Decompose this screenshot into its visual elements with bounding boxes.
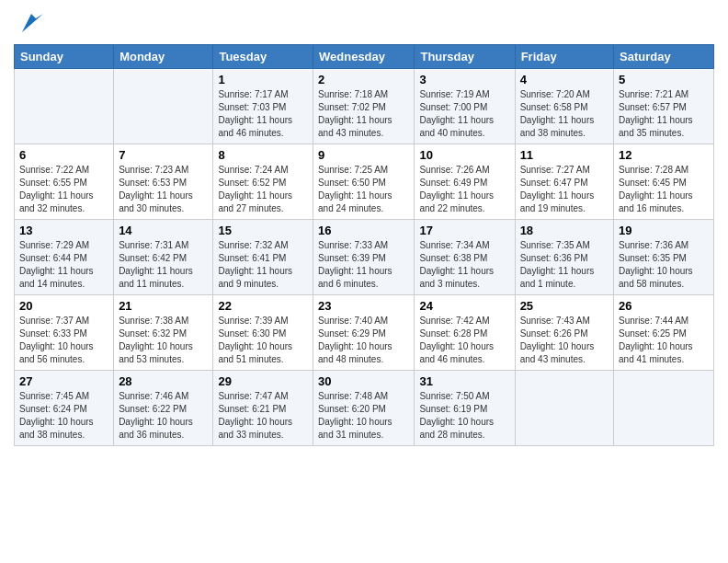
day-cell: 25Sunrise: 7:43 AMSunset: 6:26 PMDayligh… [515,295,613,371]
day-number: 26 [619,299,709,313]
day-info: Sunrise: 7:18 AMSunset: 7:02 PMDaylight:… [318,88,409,140]
header [14,9,714,37]
day-info: Sunrise: 7:37 AMSunset: 6:33 PMDaylight:… [19,315,108,366]
day-cell: 12Sunrise: 7:28 AMSunset: 6:45 PMDayligh… [614,144,714,220]
day-cell: 21Sunrise: 7:38 AMSunset: 6:32 PMDayligh… [114,295,213,371]
day-number: 14 [119,224,208,237]
day-info: Sunrise: 7:22 AMSunset: 6:55 PMDaylight:… [19,164,108,215]
day-info: Sunrise: 7:34 AMSunset: 6:38 PMDaylight:… [419,239,509,291]
day-info: Sunrise: 7:44 AMSunset: 6:25 PMDaylight:… [619,315,709,366]
day-cell: 26Sunrise: 7:44 AMSunset: 6:25 PMDayligh… [614,295,714,371]
day-cell: 16Sunrise: 7:33 AMSunset: 6:39 PMDayligh… [313,220,415,295]
day-cell [614,371,714,446]
day-info: Sunrise: 7:28 AMSunset: 6:45 PMDaylight:… [619,164,709,215]
day-info: Sunrise: 7:46 AMSunset: 6:22 PMDaylight:… [119,390,208,442]
calendar-table: SundayMondayTuesdayWednesdayThursdayFrid… [14,44,714,446]
header-cell-tuesday: Tuesday [213,45,313,69]
day-cell [114,69,213,144]
day-number: 28 [119,374,208,388]
day-cell: 3Sunrise: 7:19 AMSunset: 7:00 PMDaylight… [415,69,515,144]
day-number: 21 [119,299,208,313]
day-number: 4 [520,73,609,86]
day-cell [15,69,114,144]
header-cell-friday: Friday [515,45,613,69]
day-cell: 24Sunrise: 7:42 AMSunset: 6:28 PMDayligh… [415,295,515,371]
day-number: 30 [318,374,409,388]
header-cell-sunday: Sunday [15,45,114,69]
day-number: 5 [619,73,709,86]
day-cell: 28Sunrise: 7:46 AMSunset: 6:22 PMDayligh… [114,371,213,446]
day-number: 10 [419,148,509,162]
day-info: Sunrise: 7:36 AMSunset: 6:35 PMDaylight:… [619,239,709,291]
day-number: 31 [419,374,509,388]
day-cell: 14Sunrise: 7:31 AMSunset: 6:42 PMDayligh… [114,220,213,295]
day-number: 11 [520,148,609,162]
day-info: Sunrise: 7:33 AMSunset: 6:39 PMDaylight:… [318,239,409,291]
day-number: 16 [318,224,409,237]
header-row: SundayMondayTuesdayWednesdayThursdayFrid… [15,45,714,69]
week-row-3: 13Sunrise: 7:29 AMSunset: 6:44 PMDayligh… [15,220,714,295]
day-info: Sunrise: 7:25 AMSunset: 6:50 PMDaylight:… [318,164,409,215]
header-cell-monday: Monday [114,45,213,69]
day-cell: 27Sunrise: 7:45 AMSunset: 6:24 PMDayligh… [15,371,114,446]
day-cell: 13Sunrise: 7:29 AMSunset: 6:44 PMDayligh… [15,220,114,295]
day-info: Sunrise: 7:39 AMSunset: 6:30 PMDaylight:… [218,315,308,366]
day-info: Sunrise: 7:29 AMSunset: 6:44 PMDaylight:… [19,239,108,291]
day-info: Sunrise: 7:50 AMSunset: 6:19 PMDaylight:… [419,390,509,442]
week-row-4: 20Sunrise: 7:37 AMSunset: 6:33 PMDayligh… [15,295,714,371]
day-number: 23 [318,299,409,313]
week-row-2: 6Sunrise: 7:22 AMSunset: 6:55 PMDaylight… [15,144,714,220]
day-number: 8 [218,148,308,162]
day-cell [515,371,613,446]
calendar-body: 1Sunrise: 7:17 AMSunset: 7:03 PMDaylight… [15,69,714,446]
day-cell: 23Sunrise: 7:40 AMSunset: 6:29 PMDayligh… [313,295,415,371]
day-cell: 5Sunrise: 7:21 AMSunset: 6:57 PMDaylight… [614,69,714,144]
day-info: Sunrise: 7:42 AMSunset: 6:28 PMDaylight:… [419,315,509,366]
day-info: Sunrise: 7:20 AMSunset: 6:58 PMDaylight:… [520,88,609,140]
day-info: Sunrise: 7:48 AMSunset: 6:20 PMDaylight:… [318,390,409,442]
day-number: 25 [520,299,609,313]
day-number: 15 [218,224,308,237]
day-number: 3 [419,73,509,86]
day-info: Sunrise: 7:24 AMSunset: 6:52 PMDaylight:… [218,164,308,215]
day-cell: 30Sunrise: 7:48 AMSunset: 6:20 PMDayligh… [313,371,415,446]
day-cell: 2Sunrise: 7:18 AMSunset: 7:02 PMDaylight… [313,69,415,144]
day-info: Sunrise: 7:32 AMSunset: 6:41 PMDaylight:… [218,239,308,291]
day-number: 2 [318,73,409,86]
calendar-header: SundayMondayTuesdayWednesdayThursdayFrid… [15,45,714,69]
logo [14,9,45,37]
day-number: 12 [619,148,709,162]
main-container: SundayMondayTuesdayWednesdayThursdayFrid… [0,0,728,455]
day-info: Sunrise: 7:21 AMSunset: 6:57 PMDaylight:… [619,88,709,140]
day-cell: 4Sunrise: 7:20 AMSunset: 6:58 PMDaylight… [515,69,613,144]
day-info: Sunrise: 7:26 AMSunset: 6:49 PMDaylight:… [419,164,509,215]
day-number: 29 [218,374,308,388]
day-cell: 6Sunrise: 7:22 AMSunset: 6:55 PMDaylight… [15,144,114,220]
day-info: Sunrise: 7:31 AMSunset: 6:42 PMDaylight:… [119,239,208,291]
week-row-1: 1Sunrise: 7:17 AMSunset: 7:03 PMDaylight… [15,69,714,144]
week-row-5: 27Sunrise: 7:45 AMSunset: 6:24 PMDayligh… [15,371,714,446]
day-info: Sunrise: 7:23 AMSunset: 6:53 PMDaylight:… [119,164,208,215]
day-cell: 31Sunrise: 7:50 AMSunset: 6:19 PMDayligh… [415,371,515,446]
day-cell: 1Sunrise: 7:17 AMSunset: 7:03 PMDaylight… [213,69,313,144]
day-info: Sunrise: 7:27 AMSunset: 6:47 PMDaylight:… [520,164,609,215]
day-number: 22 [218,299,308,313]
day-cell: 15Sunrise: 7:32 AMSunset: 6:41 PMDayligh… [213,220,313,295]
day-cell: 29Sunrise: 7:47 AMSunset: 6:21 PMDayligh… [213,371,313,446]
svg-marker-0 [22,14,43,32]
day-number: 24 [419,299,509,313]
day-info: Sunrise: 7:17 AMSunset: 7:03 PMDaylight:… [218,88,308,140]
day-cell: 9Sunrise: 7:25 AMSunset: 6:50 PMDaylight… [313,144,415,220]
day-number: 9 [318,148,409,162]
day-number: 17 [419,224,509,237]
day-cell: 20Sunrise: 7:37 AMSunset: 6:33 PMDayligh… [15,295,114,371]
header-cell-thursday: Thursday [415,45,515,69]
day-number: 18 [520,224,609,237]
day-cell: 17Sunrise: 7:34 AMSunset: 6:38 PMDayligh… [415,220,515,295]
day-number: 13 [19,224,108,237]
day-cell: 22Sunrise: 7:39 AMSunset: 6:30 PMDayligh… [213,295,313,371]
day-number: 27 [19,374,108,388]
day-cell: 8Sunrise: 7:24 AMSunset: 6:52 PMDaylight… [213,144,313,220]
day-cell: 11Sunrise: 7:27 AMSunset: 6:47 PMDayligh… [515,144,613,220]
day-cell: 10Sunrise: 7:26 AMSunset: 6:49 PMDayligh… [415,144,515,220]
